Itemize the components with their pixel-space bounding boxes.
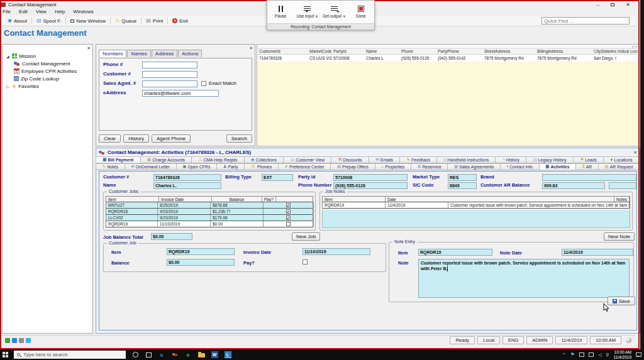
activity-tab[interactable]: ◫Legacy History [526, 156, 574, 163]
pay-checkbox[interactable]: ✔ [286, 203, 291, 207]
activity-tab[interactable]: ✎Notes [96, 163, 125, 170]
grid-column-header[interactable]: PartyId [332, 48, 365, 54]
menu-item[interactable]: Help [55, 9, 65, 15]
eaddress-input[interactable] [142, 90, 219, 97]
history-button[interactable]: History [123, 134, 149, 143]
print-button[interactable]: ▤Print [142, 17, 167, 25]
tab-actions[interactable]: Actions [178, 50, 202, 57]
activity-tab[interactable]: ▦Bill Payment [96, 156, 141, 163]
activity-tab[interactable]: ☺Customer View [283, 156, 331, 163]
activity-tab[interactable]: ♟Party [216, 163, 245, 170]
grid-column-header[interactable]: Loca [629, 48, 638, 54]
party-id-field[interactable]: 5710008 [333, 174, 408, 181]
item-field[interactable]: RQRDR19 [167, 248, 235, 255]
name-field[interactable]: Charles L. [153, 182, 221, 189]
grid-column-header[interactable]: MarketCode [308, 48, 332, 54]
people-app-icon[interactable] [171, 351, 179, 359]
brand-field[interactable] [542, 174, 636, 181]
sic-code-field[interactable]: 8849 [448, 182, 477, 189]
tab-names[interactable]: Names [127, 50, 150, 57]
column-header[interactable]: Pay? [262, 197, 276, 202]
tree-node-mission[interactable]: ◢ Mission [3, 52, 92, 60]
grid-row[interactable]: 7164789326CS UUS VGH 59055710008Charles … [258, 55, 638, 62]
cortana-icon[interactable] [131, 351, 139, 359]
pay-checkbox[interactable] [303, 259, 308, 265]
note-textarea[interactable]: Customer reported issue with brown patch… [418, 259, 630, 298]
statusbar-icon-lightblue[interactable] [26, 338, 31, 343]
sales-agmt-input[interactable] [142, 80, 197, 87]
statusbar-icon-blue[interactable] [12, 338, 17, 343]
phone-input[interactable] [142, 62, 197, 68]
close-panel-icon[interactable]: ✕ [633, 150, 637, 155]
clear-button[interactable]: Clear [99, 134, 121, 143]
activity-tab[interactable]: ✔Preference Center [278, 163, 331, 170]
tab-numbers[interactable]: Numbers [99, 50, 126, 57]
column-header[interactable]: Date [386, 197, 614, 202]
pay-checkbox[interactable] [286, 222, 291, 226]
activity-tab[interactable]: %Discounts [331, 156, 369, 163]
use-input-button[interactable]: Use input ∨ [294, 1, 321, 23]
menu-item[interactable]: Windows [73, 9, 93, 15]
close-button[interactable]: ✕ [626, 2, 630, 8]
notifications-icon[interactable] [636, 352, 641, 357]
activity-tab[interactable]: ▨AR Request [598, 163, 640, 170]
close-panel-icon[interactable]: ✕ [249, 46, 253, 50]
menu-item[interactable]: View [36, 9, 47, 15]
statusbar-icon-gray[interactable] [19, 338, 24, 343]
activity-tab[interactable]: ▦Activities [539, 163, 577, 170]
activity-tab[interactable]: ▤Prepay Offers [330, 163, 375, 170]
activity-tab[interactable]: ✎Feedback [399, 156, 437, 163]
search-button[interactable]: Search [226, 134, 252, 143]
activity-tab[interactable]: ⚙Reservice [411, 163, 448, 170]
file-explorer-icon[interactable] [197, 351, 205, 359]
minimize-button[interactable]: – [597, 2, 599, 8]
start-button[interactable] [3, 352, 8, 357]
activity-tab[interactable]: ✉Emails [369, 156, 401, 163]
column-header[interactable]: Notes [614, 197, 630, 202]
tray-expand-icon[interactable]: ⌃ [562, 352, 566, 357]
menu-item[interactable]: Edit [19, 9, 28, 15]
grid-column-header[interactable]: CustomerId [258, 48, 308, 54]
exact-match-checkbox[interactable] [201, 81, 206, 86]
maximize-button[interactable] [611, 3, 614, 6]
quick-find-input[interactable] [541, 17, 630, 25]
activity-tab[interactable]: ▣Open CFRs [176, 163, 217, 170]
grid-column-header[interactable]: Indicators [616, 48, 629, 54]
new-job-button[interactable]: New Job [292, 232, 320, 241]
word-icon[interactable]: W [211, 351, 218, 359]
tray-key-icon[interactable]: ⚲ [606, 352, 609, 357]
balance-field[interactable]: $0.00 [167, 259, 235, 266]
grid-column-header[interactable]: BillingAddress [536, 48, 592, 54]
grid-column-header[interactable]: Name [365, 48, 400, 54]
billing-type-field[interactable]: EXT [262, 174, 293, 181]
exit-button[interactable]: ✕Exit [168, 17, 192, 25]
customer-job-row[interactable]: LLCV02 9/23/2019 $179.98 ✔ [106, 215, 313, 221]
get-output-button[interactable]: Get output ∨ [321, 1, 348, 23]
customer-no-field[interactable]: 7164789326 [153, 174, 221, 181]
job-balance-total-field[interactable]: $0.00 [151, 233, 192, 240]
column-header[interactable]: Item [106, 197, 159, 202]
activity-tab[interactable]: ✉OnDemand Letter [125, 163, 177, 170]
activity-tab[interactable]: ⚑Leads [573, 156, 604, 163]
extra-field[interactable] [609, 182, 636, 189]
grid-column-header[interactable]: CityStateAndPostalCode [592, 48, 616, 54]
activity-tab[interactable]: ▯Handheld Instructions [436, 156, 496, 163]
statusbar-icon-green[interactable] [5, 338, 10, 343]
column-header[interactable]: Invoice Date [159, 197, 212, 202]
done-button[interactable]: Done [348, 1, 375, 23]
tree-node-zip-code-lookup[interactable]: Zip Code Lookup [3, 75, 92, 82]
tray-display-icon[interactable] [589, 352, 594, 357]
activity-tab[interactable]: ◔History [495, 156, 526, 163]
taskbar-search[interactable]: Type here to search [14, 351, 126, 359]
tree-node-favorites[interactable]: ▷ ★ Favorites [3, 82, 92, 90]
activity-tab[interactable]: ☏Phones [244, 163, 279, 170]
grid-column-header[interactable]: PartyPhone [436, 48, 483, 54]
spool-button[interactable]: ▤Spool F. [32, 17, 65, 25]
customer-input[interactable] [142, 71, 197, 78]
queue-button[interactable]: ⚠Queue [111, 17, 141, 25]
new-note-button[interactable]: New Note [604, 232, 635, 241]
contact-app-icon[interactable]: L [224, 351, 231, 359]
activity-tab[interactable]: ⌂Properties [375, 163, 411, 170]
tree-node-employee-cpr-activities[interactable]: 31 Employee CPR Activities [3, 67, 92, 75]
menu-item[interactable]: File [3, 9, 11, 15]
